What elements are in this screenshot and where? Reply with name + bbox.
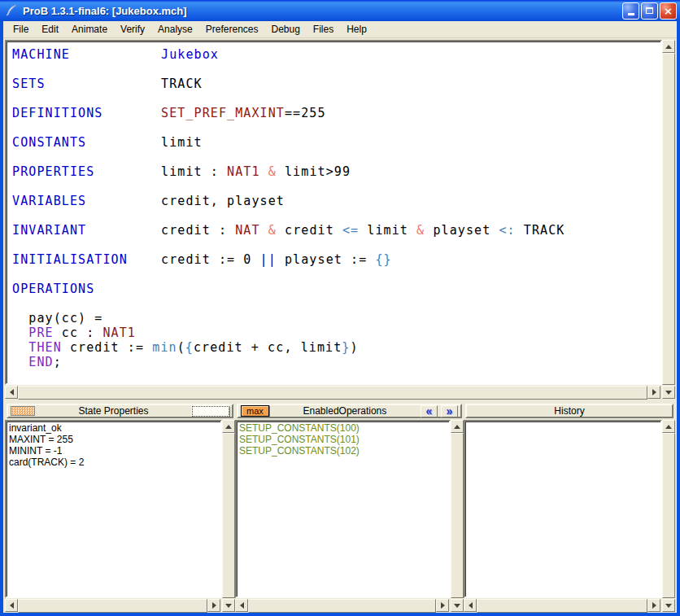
- scrollbar-trough[interactable]: [222, 433, 235, 598]
- scroll-left-button[interactable]: [464, 599, 477, 612]
- b-keyword: DEFINITIONS: [12, 106, 161, 120]
- code-line: CONSTANTSlimit: [12, 135, 660, 150]
- state-property-item: invariant_ok: [9, 422, 220, 434]
- code-line: [12, 267, 660, 282]
- window-title: ProB 1.3.1-final6: [Jukebox.mch]: [23, 5, 621, 17]
- forward-button[interactable]: »: [441, 405, 458, 417]
- enabled-operations-horizontal-scrollbar[interactable]: [235, 599, 449, 613]
- enabled-operation-item[interactable]: SETUP_CONSTANTS(102): [239, 445, 449, 457]
- double-left-arrow-icon: «: [426, 406, 433, 416]
- history-horizontal-scrollbar[interactable]: [464, 599, 660, 613]
- editor-vertical-scrollbar[interactable]: [662, 40, 675, 385]
- backtrack-button[interactable]: «: [421, 405, 438, 417]
- menu-help[interactable]: Help: [340, 22, 373, 37]
- scroll-left-button[interactable]: [235, 599, 248, 612]
- scroll-down-button[interactable]: [662, 599, 675, 612]
- code-line: END;: [12, 355, 660, 369]
- code-line: [12, 179, 660, 194]
- scroll-right-button[interactable]: [647, 599, 660, 612]
- code-line: THEN credit := min({credit + cc, limit}): [12, 340, 660, 355]
- prob-window: ProB 1.3.1-final6: [Jukebox.mch] × FileE…: [0, 0, 680, 616]
- scrollbar-thumb[interactable]: [451, 433, 464, 598]
- dotted-button[interactable]: [192, 406, 229, 417]
- arrow-left-icon: [469, 602, 473, 609]
- arrow-up-icon: [665, 425, 672, 429]
- menu-edit[interactable]: Edit: [35, 22, 65, 37]
- scrollbar-trough[interactable]: [248, 599, 436, 613]
- state-property-item: MININT = -1: [9, 445, 220, 457]
- history-list[interactable]: [464, 420, 662, 598]
- scroll-up-button[interactable]: [662, 420, 675, 433]
- history-header: History: [465, 404, 673, 418]
- editor-scrollbar-corner[interactable]: [662, 386, 675, 400]
- editor-horizontal-scrollbar[interactable]: [5, 386, 660, 400]
- scrollbar-trough[interactable]: [451, 433, 464, 598]
- scrollbar-thumb[interactable]: [662, 433, 675, 598]
- menu-animate[interactable]: Animate: [65, 22, 114, 37]
- scroll-up-button[interactable]: [662, 40, 675, 53]
- enabled-operations-header: max EnabledOperations « »: [237, 404, 462, 418]
- menu-analyse[interactable]: Analyse: [151, 22, 199, 37]
- state-properties-horizontal-scrollbar[interactable]: [5, 599, 220, 613]
- state-properties-vertical-scrollbar[interactable]: [222, 420, 235, 598]
- code-line: [12, 120, 660, 135]
- scroll-right-button[interactable]: [436, 599, 449, 612]
- scrollbar-thumb[interactable]: [18, 599, 207, 613]
- max-button[interactable]: max: [241, 405, 269, 417]
- state-property-item: MAXINT = 255: [9, 434, 220, 445]
- scroll-down-button[interactable]: [451, 599, 464, 612]
- b-keyword: INVARIANT: [12, 223, 161, 238]
- history-panel: History: [464, 404, 675, 613]
- menu-files[interactable]: Files: [307, 22, 340, 37]
- menu-bar: FileEditAnimateVerifyAnalysePreferencesD…: [3, 21, 677, 38]
- scroll-left-button[interactable]: [5, 386, 18, 399]
- scrollbar-thumb[interactable]: [477, 599, 647, 613]
- arrow-right-icon: [212, 602, 216, 609]
- scroll-up-button[interactable]: [451, 420, 464, 433]
- enabled-operations-vertical-scrollbar[interactable]: [451, 420, 464, 598]
- scrollbar-trough[interactable]: [18, 386, 647, 400]
- arrow-left-icon: [10, 602, 14, 609]
- menu-file[interactable]: File: [7, 22, 35, 37]
- maximize-button[interactable]: [641, 2, 658, 20]
- scrollbar-thumb[interactable]: [248, 599, 436, 613]
- scroll-up-button[interactable]: [222, 420, 235, 433]
- scroll-down-button[interactable]: [222, 599, 235, 612]
- enabled-operations-list[interactable]: SETUP_CONSTANTS(100)SETUP_CONSTANTS(101)…: [235, 420, 451, 598]
- scroll-left-button[interactable]: [5, 599, 18, 612]
- scrollbar-trough[interactable]: [18, 599, 207, 613]
- scrollbar-trough[interactable]: [477, 599, 647, 613]
- history-scrollbar-corner[interactable]: [662, 599, 675, 613]
- scroll-down-button[interactable]: [662, 386, 675, 399]
- editor-text[interactable]: MACHINEJukebox SETSTRACK DEFINITIONSSET_…: [5, 40, 662, 385]
- arrow-down-icon: [665, 391, 672, 395]
- b-keyword: MACHINE: [12, 47, 161, 62]
- menu-preferences[interactable]: Preferences: [199, 22, 265, 37]
- scrollbar-thumb[interactable]: [222, 433, 235, 598]
- b-keyword: OPERATIONS: [12, 282, 161, 296]
- scrollbar-thumb[interactable]: [18, 386, 647, 400]
- enabled-operations-scrollbar-corner[interactable]: [451, 599, 464, 613]
- arrow-right-icon: [441, 602, 445, 609]
- tk-feather-icon: [5, 4, 18, 17]
- enabled-operation-item[interactable]: SETUP_CONSTANTS(101): [239, 434, 449, 445]
- state-properties-list[interactable]: invariant_okMAXINT = 255MININT = -1card(…: [5, 420, 222, 598]
- state-properties-scrollbar-corner[interactable]: [222, 599, 235, 613]
- menu-verify[interactable]: Verify: [114, 22, 151, 37]
- state-properties-header: State Properties: [7, 404, 233, 418]
- menu-debug[interactable]: Debug: [264, 22, 306, 37]
- scroll-right-button[interactable]: [647, 386, 660, 399]
- scrollbar-thumb[interactable]: [662, 53, 675, 385]
- enabled-operation-item[interactable]: SETUP_CONSTANTS(100): [239, 422, 449, 434]
- code-line: [12, 150, 660, 164]
- history-vertical-scrollbar[interactable]: [662, 420, 675, 598]
- code-line: OPERATIONS: [12, 282, 660, 296]
- code-line: [12, 208, 660, 223]
- scroll-right-button[interactable]: [207, 599, 220, 612]
- code-line: PROPERTIESlimit : NAT1 & limit>99: [12, 164, 660, 179]
- arrow-down-icon: [665, 604, 672, 608]
- close-button[interactable]: ×: [660, 2, 677, 20]
- scrollbar-trough[interactable]: [662, 53, 675, 385]
- scrollbar-trough[interactable]: [662, 433, 675, 598]
- minimize-button[interactable]: [622, 2, 639, 20]
